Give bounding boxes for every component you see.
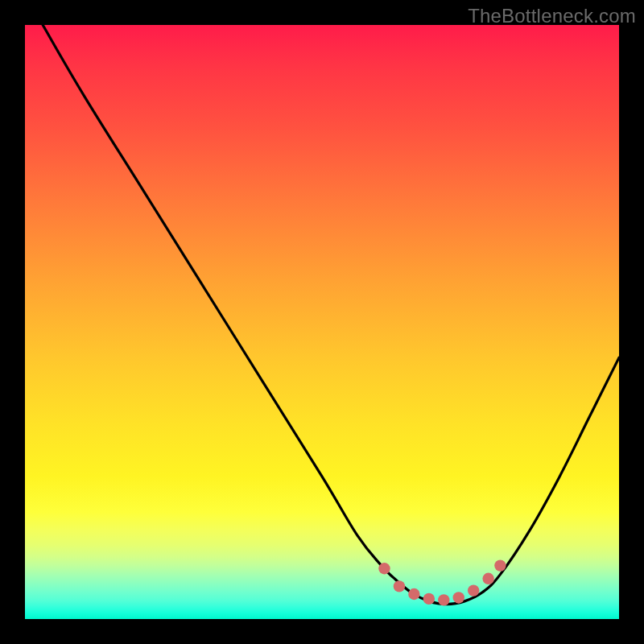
plot-area — [25, 25, 619, 619]
chart-svg — [25, 25, 619, 619]
watermark-text: TheBottleneck.com — [468, 5, 636, 27]
curve-marker — [394, 580, 405, 592]
curve-marker — [423, 593, 435, 605]
curve-marker — [482, 573, 493, 584]
curve-marker — [408, 588, 419, 600]
chart-frame: TheBottleneck.com — [0, 0, 644, 644]
bottleneck-markers — [378, 559, 506, 605]
curve-marker — [378, 563, 390, 574]
curve-marker — [468, 584, 479, 596]
curve-path — [43, 25, 619, 605]
bottleneck-curve — [43, 25, 619, 605]
curve-marker — [438, 594, 449, 605]
curve-marker — [494, 559, 506, 571]
curve-marker — [453, 592, 464, 603]
